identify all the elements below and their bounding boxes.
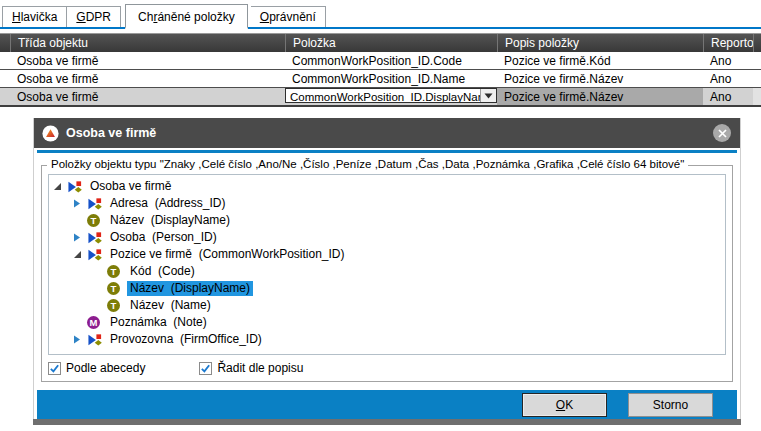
object-icon [87,230,103,245]
cell-trida-objektu[interactable]: Osoba ve firmě [10,70,285,88]
tree-item-nazev-displayname[interactable]: T Název (DisplayName) [49,212,725,229]
checkbox-label: Podle abecedy [66,361,145,375]
check-icon [49,363,60,374]
text-field-icon: T [107,264,123,279]
tree-item-label: Adresa (Address_ID) [107,196,228,211]
column-header-trida-objektu[interactable]: Třída objektu [10,34,285,52]
tree-item-label: Název (Name) [127,298,214,313]
object-icon [87,196,103,211]
app-logo-icon [42,125,59,142]
cell-reportovat[interactable]: Ano [703,70,753,88]
check-icon [200,363,211,374]
tab-opravneni[interactable]: Oprávnění [251,6,326,27]
cell-reportovat[interactable]: Ano [703,88,753,107]
row-selector-header [0,34,10,52]
cell-polozka[interactable]: CommonWorkPosition_ID.Name [285,70,497,88]
column-header-popis-polozky[interactable]: Popis položky [497,34,703,52]
tab-gdpr[interactable]: GDPR [67,6,121,27]
cell-trida-objektu[interactable]: Osoba ve firmě [10,88,285,107]
cell-filler [753,88,761,107]
tree-item-provozovna[interactable]: Provozovna (FirmOffice_ID) [49,331,725,348]
tree-item-label-selected: Název (DisplayName) [127,281,253,296]
row-selector[interactable] [0,52,10,70]
tab-label: DPR [86,10,111,24]
dialog-title: Osoba ve firmě [66,126,156,140]
field-picker-dialog: Osoba ve firmě Položky objektu typu "Zna… [33,118,741,425]
memo-icon: M [87,315,103,330]
checkbox-radit-dle-popisu[interactable] [199,362,212,375]
close-icon[interactable] [713,124,731,142]
tree-item-label: Kód (Code) [127,264,198,279]
ok-button-label: O [556,398,565,412]
groupbox-label: Položky objektu typu "Znaky ,Celé číslo … [47,158,688,170]
row-selector[interactable] [0,88,10,107]
dialog-content: Položky objektu typu "Znaky ,Celé číslo … [34,148,740,390]
tab-strip: Hlavička GDPR Chráněné položky Oprávnění [0,2,761,29]
tab-label: G [76,10,85,24]
tab-label: lavička [21,10,58,24]
tree-expander-none [73,215,87,227]
combobox-value: CommonWorkPosition_ID.DisplayName [286,89,480,102]
checkbox-label: Řadit dle popisu [217,361,303,375]
cell-polozka[interactable]: CommonWorkPosition_ID.Code [285,52,497,70]
tree-item-label: Osoba (Person_ID) [107,230,220,245]
dialog-titlebar: Osoba ve firmě [34,118,740,148]
tree-item-adresa[interactable]: Adresa (Address_ID) [49,195,725,212]
tree-expander-none [73,317,87,329]
tree-item-nazev-displayname-selected[interactable]: T Název (DisplayName) [49,280,725,297]
cell-filler [753,52,761,70]
polozka-combobox[interactable]: CommonWorkPosition_ID.DisplayName [285,88,497,103]
tree-item-poznamka[interactable]: M Poznámka (Note) [49,314,725,331]
tree-expander-collapsed-icon[interactable] [73,198,87,210]
object-icon [87,332,103,347]
tree-expander-none [93,283,107,295]
cell-popis-polozky[interactable]: Pozice ve firmě.Kód [497,52,703,70]
checkbox-podle-abecedy[interactable] [48,362,61,375]
app-window: { "tabs": [ { "pre": "", "key": "H", "po… [0,0,761,431]
tab-label: Ch [138,10,153,24]
tree-item-osoba-ve-firme[interactable]: Osoba ve firmě [49,178,725,195]
tree-item-label: Provozovna (FirmOffice_ID) [107,332,265,347]
sort-options: Podle abecedy Řadit dle popisu [48,361,303,375]
tree-item-nazev-name[interactable]: T Název (Name) [49,297,725,314]
text-field-icon: T [87,213,103,228]
tree-expander-none [93,300,107,312]
ok-button-label: K [565,398,573,412]
tab-hlavicka[interactable]: Hlavička [2,6,67,27]
items-groupbox: Položky objektu typu "Znaky ,Celé číslo … [41,165,733,382]
tree-expander-collapsed-icon[interactable] [73,232,87,244]
cell-popis-polozky[interactable]: Pozice ve firmě.Název [497,88,703,107]
column-header-filler [753,34,761,52]
tree-expander-none [93,266,107,278]
protected-items-table: Třída objektu Položka Popis položky Repo… [0,33,761,107]
text-field-icon: T [107,298,123,313]
tab-label: H [12,10,21,24]
cell-popis-polozky[interactable]: Pozice ve firmě.Název [497,70,703,88]
object-tree: Osoba ve firmě Adresa (Address_ID) T Náz… [48,174,726,355]
tab-label: áněné položky [157,10,234,24]
ok-button[interactable]: OK [522,393,607,417]
tree-item-kod[interactable]: T Kód (Code) [49,263,725,280]
object-icon [67,179,83,194]
tab-label: právnění [269,10,316,24]
tree-expander-expanded-icon[interactable] [53,181,67,193]
cancel-button[interactable]: Storno [628,393,713,417]
column-header-polozka[interactable]: Položka [285,34,497,52]
cell-trida-objektu[interactable]: Osoba ve firmě [10,52,285,70]
row-selector[interactable] [0,70,10,88]
tab-chranene-polozky[interactable]: Chráněné položky [125,4,248,29]
cell-reportovat[interactable]: Ano [703,52,753,70]
tree-expander-collapsed-icon[interactable] [73,334,87,346]
combobox-dropdown-button[interactable] [480,89,496,102]
accent-line [37,150,737,153]
tab-label: O [260,10,269,24]
dialog-footer: OK Storno [37,390,737,419]
tree-expander-expanded-icon[interactable] [73,249,87,261]
tree-item-label: Název (DisplayName) [107,213,233,228]
cell-filler [753,70,761,88]
tree-item-pozice-ve-firme[interactable]: Pozice ve firmě (CommonWorkPosition_ID) [49,246,725,263]
tree-item-label: Osoba ve firmě [87,179,174,194]
column-header-reportovat[interactable]: Reportovat [703,34,753,52]
text-field-icon: T [107,281,123,296]
tree-item-osoba[interactable]: Osoba (Person_ID) [49,229,725,246]
